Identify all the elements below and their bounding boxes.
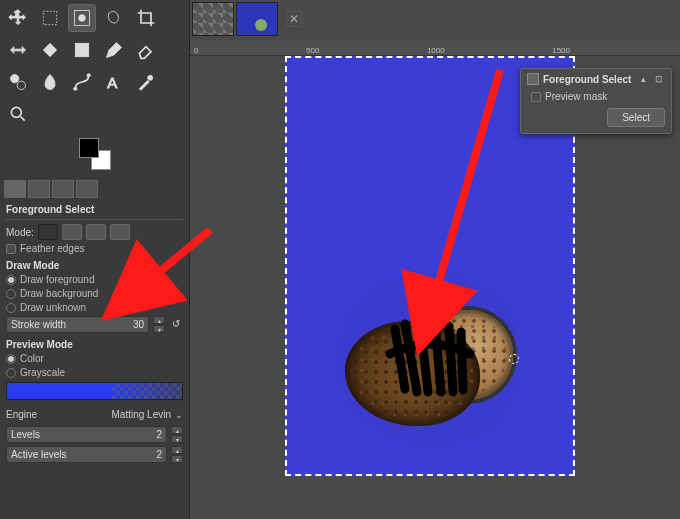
zoom-tool[interactable]	[4, 100, 32, 128]
stroke-width-label: Stroke width	[11, 319, 66, 330]
select-mode-intersect[interactable]	[110, 224, 130, 240]
engine-label: Engine	[6, 409, 37, 420]
svg-rect-0	[43, 11, 56, 24]
select-mode-subtract[interactable]	[86, 224, 106, 240]
draw-foreground-label: Draw foreground	[20, 274, 183, 285]
foreground-select-dialog[interactable]: Foreground Select ▴ ⊡ Preview mask Selec…	[520, 68, 672, 134]
foreground-select-tool[interactable]	[68, 4, 96, 32]
dock-tabbar	[0, 178, 189, 200]
preview-mask-label: Preview mask	[545, 91, 607, 102]
fg-color-swatch[interactable]	[79, 138, 99, 158]
move-tool[interactable]	[4, 4, 32, 32]
gradient-tool[interactable]	[68, 36, 96, 64]
color-picker-tool[interactable]	[132, 68, 160, 96]
dock-tab[interactable]	[28, 180, 50, 198]
image-subject	[345, 284, 515, 434]
tool-options: Foreground Select Mode: Feather edges Dr…	[0, 200, 189, 470]
tool-options-title: Foreground Select	[6, 204, 183, 220]
svg-point-7	[87, 74, 90, 77]
levels-label: Levels	[11, 429, 40, 440]
crop-tool[interactable]	[132, 4, 160, 32]
ruler-horizontal: 0 500 1000 1500	[190, 40, 680, 56]
svg-point-5	[17, 81, 25, 89]
smudge-tool[interactable]	[36, 68, 64, 96]
color-swatches[interactable]	[0, 130, 189, 178]
select-button[interactable]: Select	[607, 108, 665, 127]
draw-foreground-radio[interactable]	[6, 275, 16, 285]
image-tab[interactable]	[236, 2, 278, 36]
toolbox: A	[0, 0, 189, 130]
dock-tab[interactable]	[52, 180, 74, 198]
engine-value[interactable]: Matting Levin	[112, 409, 171, 420]
preview-gradient[interactable]	[6, 382, 183, 400]
active-levels-label: Active levels	[11, 449, 67, 460]
stroke-reset[interactable]: ↺	[169, 316, 183, 330]
stroke-down[interactable]: ▾	[153, 325, 165, 333]
close-icon[interactable]: ⊡	[653, 73, 665, 85]
levels-down[interactable]: ▾	[171, 435, 183, 443]
canvas-area: ✕ 0 500 1000 1500	[190, 0, 680, 519]
preview-mask-checkbox[interactable]	[531, 92, 541, 102]
pencil-tool[interactable]	[100, 36, 128, 64]
mode-label: Mode:	[6, 227, 34, 238]
dock-tab[interactable]	[4, 180, 26, 198]
preview-gray-radio[interactable]	[6, 368, 16, 378]
active-levels-value: 2	[156, 449, 162, 460]
ruler-tick: 500	[306, 46, 319, 55]
draw-mode-title: Draw Mode	[6, 260, 183, 271]
draw-unknown-label: Draw unknown	[20, 302, 183, 313]
close-icon[interactable]: ✕	[286, 11, 302, 27]
stroke-up[interactable]: ▴	[153, 316, 165, 324]
feather-label: Feather edges	[20, 243, 183, 254]
draw-unknown-radio[interactable]	[6, 303, 16, 313]
free-select-tool[interactable]	[100, 4, 128, 32]
ruler-tick: 0	[194, 46, 198, 55]
draw-background-radio[interactable]	[6, 289, 16, 299]
svg-point-9	[148, 75, 153, 80]
clone-tool[interactable]	[4, 68, 32, 96]
preview-gray-label: Grayscale	[20, 367, 183, 378]
ruler-tick: 1000	[427, 46, 445, 55]
select-mode-replace[interactable]	[38, 224, 58, 240]
rect-select-tool[interactable]	[36, 4, 64, 32]
levels-value: 2	[156, 429, 162, 440]
active-levels-up[interactable]: ▴	[171, 446, 183, 454]
svg-rect-3	[75, 43, 88, 56]
feather-checkbox[interactable]	[6, 244, 16, 254]
chevron-down-icon[interactable]: ⌄	[175, 410, 183, 420]
dialog-icon	[527, 73, 539, 85]
left-toolbox-panel: A Foreground Select Mode:	[0, 0, 190, 519]
svg-point-6	[74, 87, 77, 90]
path-tool[interactable]	[68, 68, 96, 96]
preview-color-radio[interactable]	[6, 354, 16, 364]
text-tool[interactable]: A	[100, 68, 128, 96]
active-levels-down[interactable]: ▾	[171, 455, 183, 463]
levels-slider[interactable]: Levels 2	[6, 426, 167, 443]
preview-color-label: Color	[20, 353, 183, 364]
selection-handle[interactable]	[509, 354, 519, 364]
svg-point-4	[11, 75, 19, 83]
select-mode-add[interactable]	[62, 224, 82, 240]
draw-background-label: Draw background	[20, 288, 183, 299]
levels-up[interactable]: ▴	[171, 426, 183, 434]
dialog-title: Foreground Select	[543, 74, 633, 85]
collapse-icon[interactable]: ▴	[637, 73, 649, 85]
transform-tool[interactable]	[4, 36, 32, 64]
svg-text:A: A	[107, 74, 117, 91]
image-tabs: ✕	[190, 0, 304, 38]
svg-point-10	[11, 107, 21, 117]
active-levels-slider[interactable]: Active levels 2	[6, 446, 167, 463]
stroke-width-value: 30	[133, 319, 144, 330]
eraser-tool[interactable]	[132, 36, 160, 64]
image-tab[interactable]	[192, 2, 234, 36]
preview-mode-title: Preview Mode	[6, 339, 183, 350]
dock-tab[interactable]	[76, 180, 98, 198]
stroke-width-slider[interactable]: Stroke width 30	[6, 316, 149, 333]
bucket-tool[interactable]	[36, 36, 64, 64]
svg-point-2	[79, 15, 86, 22]
ruler-tick: 1500	[552, 46, 570, 55]
